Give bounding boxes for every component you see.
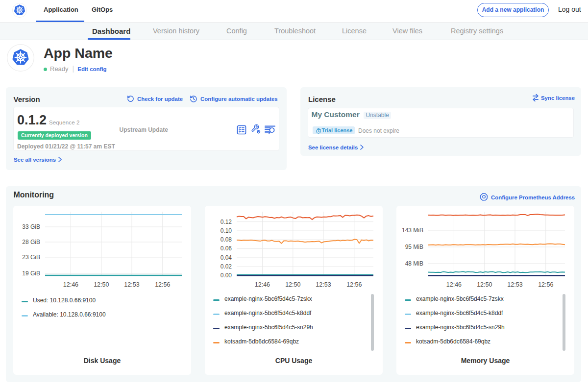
svg-text:0.02: 0.02 bbox=[220, 263, 232, 270]
svg-text:12:46: 12:46 bbox=[255, 281, 270, 288]
svg-text:23 GiB: 23 GiB bbox=[22, 254, 40, 261]
svg-text:0.12: 0.12 bbox=[220, 219, 232, 225]
svg-text:0.08: 0.08 bbox=[220, 236, 232, 243]
svg-text:12:53: 12:53 bbox=[507, 281, 522, 288]
svg-text:0.10: 0.10 bbox=[220, 227, 232, 234]
svg-text:12:50: 12:50 bbox=[285, 281, 300, 288]
svg-text:0.06: 0.06 bbox=[220, 245, 232, 252]
svg-text:12:46: 12:46 bbox=[446, 281, 462, 288]
svg-text:12:56: 12:56 bbox=[155, 281, 170, 288]
svg-text:12:56: 12:56 bbox=[346, 281, 362, 288]
svg-text:12:53: 12:53 bbox=[124, 281, 139, 288]
svg-text:12:46: 12:46 bbox=[63, 281, 78, 288]
svg-text:0.04: 0.04 bbox=[220, 254, 232, 261]
svg-text:12:50: 12:50 bbox=[94, 281, 109, 288]
svg-text:12:56: 12:56 bbox=[538, 281, 553, 288]
svg-text:12:50: 12:50 bbox=[477, 281, 492, 288]
svg-text:33 GiB: 33 GiB bbox=[22, 223, 40, 230]
svg-text:28 GiB: 28 GiB bbox=[22, 239, 40, 245]
svg-text:19 GiB: 19 GiB bbox=[22, 270, 40, 277]
svg-text:12:53: 12:53 bbox=[316, 281, 331, 288]
svg-text:143 MiB: 143 MiB bbox=[402, 227, 423, 234]
svg-text:0.00: 0.00 bbox=[220, 272, 232, 279]
svg-text:95 MiB: 95 MiB bbox=[405, 244, 423, 250]
svg-text:48 MiB: 48 MiB bbox=[405, 260, 423, 267]
